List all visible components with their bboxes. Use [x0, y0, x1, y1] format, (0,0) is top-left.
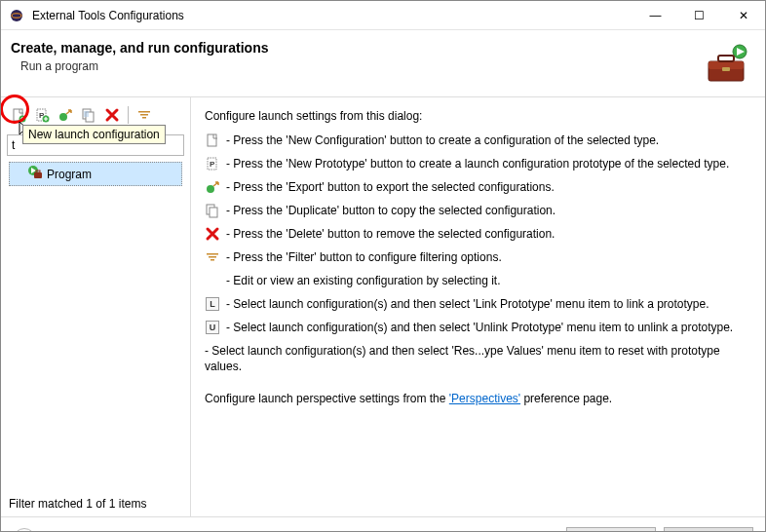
hint-text: - Press the 'Filter' button to configure…: [226, 249, 502, 265]
filter-icon: [205, 249, 220, 265]
svg-text:P: P: [210, 160, 215, 169]
hint-text: - Press the 'New Prototype' button to cr…: [226, 156, 729, 171]
svg-rect-29: [207, 253, 218, 255]
link-prototype-icon: L: [205, 296, 220, 312]
hint-row: - Edit or view an existing configuration…: [205, 273, 755, 288]
page-title: Create, manage, and run configurations: [11, 40, 703, 56]
right-pane: Configure launch settings from this dial…: [191, 97, 765, 516]
maximize-button[interactable]: ☐: [677, 1, 721, 30]
hint-text: - Press the 'Duplicate' button to copy t…: [226, 203, 555, 218]
hint-row: P - Press the 'New Prototype' button to …: [205, 156, 755, 171]
hint-text: - Select launch configuration(s) and the…: [226, 296, 709, 312]
page-subtitle: Run a program: [20, 59, 703, 73]
tree-item-label: Program: [47, 168, 92, 181]
hint-row: - Press the 'Filter' button to configure…: [205, 249, 755, 265]
delete-icon: [205, 226, 220, 242]
close-window-button[interactable]: ✕: [721, 1, 765, 30]
hint-text: - Press the 'Export' button to export th…: [226, 179, 555, 195]
hint-text: - Press the 'New Configuration' button t…: [226, 133, 659, 148]
hint-text: - Edit or view an existing configuration…: [226, 273, 500, 288]
svg-rect-17: [140, 114, 148, 116]
config-tree[interactable]: Program: [7, 160, 184, 188]
svg-rect-6: [718, 56, 734, 61]
svg-point-0: [11, 10, 22, 21]
close-button[interactable]: Close: [664, 527, 753, 533]
hint-row: U - Select launch configuration(s) and t…: [205, 320, 755, 335]
export-icon: [205, 179, 220, 195]
hint-row: - Press the 'Export' button to export th…: [205, 179, 755, 195]
filter-button[interactable]: [134, 105, 154, 125]
titlebar: External Tools Configurations — ☐ ✕: [1, 1, 765, 30]
delete-button[interactable]: [102, 105, 122, 125]
hint-text: - Press the 'Delete' button to remove th…: [226, 226, 555, 242]
toolbar-separator: [128, 106, 129, 124]
svg-rect-21: [34, 172, 42, 178]
svg-point-13: [59, 113, 67, 121]
program-icon: [27, 165, 43, 183]
duplicate-button[interactable]: [79, 105, 98, 125]
new-prototype-button[interactable]: P: [32, 105, 52, 125]
toolbox-icon: [703, 40, 749, 87]
hint-row: L - Select launch configuration(s) and t…: [205, 296, 755, 312]
svg-rect-30: [209, 256, 216, 258]
perspectives-pre-text: Configure launch perspective settings fr…: [205, 392, 449, 405]
duplicate-icon: [205, 203, 220, 218]
minimize-button[interactable]: —: [633, 1, 677, 30]
new-config-icon: [205, 133, 220, 148]
svg-rect-28: [210, 208, 217, 217]
footer: ? Run Close: [1, 516, 765, 532]
run-button[interactable]: Run: [566, 527, 656, 533]
unlink-prototype-icon: U: [205, 320, 220, 335]
svg-rect-23: [208, 134, 216, 146]
hint-row: - Press the 'Delete' button to remove th…: [205, 226, 755, 242]
new-prototype-icon: P: [205, 156, 220, 171]
window-title: External Tools Configurations: [32, 9, 633, 22]
app-icon: [9, 8, 24, 23]
hint-row: - Select launch configuration(s) and the…: [205, 343, 755, 374]
new-config-tooltip: New launch configuration: [22, 125, 166, 144]
hint-text: - Select launch configuration(s) and the…: [205, 343, 755, 374]
export-button[interactable]: [56, 105, 75, 125]
blank-icon: [205, 273, 220, 288]
perspectives-link[interactable]: 'Perspectives': [449, 392, 520, 405]
svg-rect-18: [142, 117, 146, 119]
perspectives-post-text: preference page.: [523, 392, 612, 405]
intro-text: Configure launch settings from this dial…: [205, 109, 755, 123]
hint-row: - Press the 'New Configuration' button t…: [205, 133, 755, 148]
filter-status: Filter matched 1 of 1 items: [9, 497, 146, 511]
tree-item-program[interactable]: Program: [9, 162, 182, 186]
hint-row: - Press the 'Duplicate' button to copy t…: [205, 203, 755, 218]
hint-text: - Select launch configuration(s) and the…: [226, 320, 733, 335]
svg-rect-7: [722, 67, 730, 71]
help-button[interactable]: ?: [13, 528, 36, 533]
svg-rect-31: [211, 259, 214, 261]
dialog-header: Create, manage, and run configurations R…: [1, 30, 765, 97]
svg-point-26: [207, 185, 214, 193]
left-pane: P New launch configuration: [1, 97, 191, 516]
perspectives-sentence: Configure launch perspective settings fr…: [205, 392, 755, 405]
svg-rect-16: [138, 111, 150, 113]
